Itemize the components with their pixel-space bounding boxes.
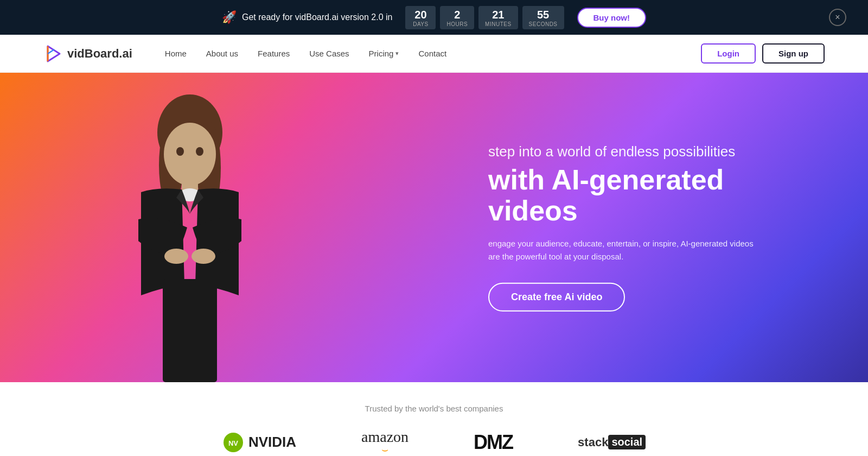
nvidia-text: NVIDIA: [248, 434, 296, 451]
navbar: vidBoard.ai Home About us Features Use C…: [0, 35, 868, 73]
create-video-button[interactable]: Create free Ai video: [488, 283, 625, 312]
amazon-logo: amazon ⌣: [361, 428, 409, 456]
logo-icon: [43, 44, 63, 64]
nav-link-use-cases[interactable]: Use Cases: [309, 49, 349, 58]
minutes-label: MINUTES: [485, 21, 512, 27]
stacksocial-logo: stack social: [578, 435, 646, 449]
hours-value: 2: [454, 8, 460, 21]
countdown-days: 20 DAYS: [405, 6, 436, 29]
person-silhouette: [87, 78, 293, 382]
social-badge: social: [608, 435, 646, 449]
nav-link-about[interactable]: About us: [206, 49, 238, 58]
nav-item-contact[interactable]: Contact: [418, 49, 446, 59]
countdown-hours: 2 HOURS: [440, 6, 474, 29]
hero-person-image: [81, 78, 298, 382]
logo-text: vidBoard.ai: [67, 47, 132, 61]
buy-now-button[interactable]: Buy now!: [577, 8, 647, 28]
signup-button[interactable]: Sign up: [762, 43, 825, 64]
logo-link[interactable]: vidBoard.ai: [43, 44, 132, 64]
hero-content: step into a world of endless possibiliti…: [488, 143, 803, 312]
amazon-smile-icon: ⌣: [381, 444, 388, 456]
countdown-minutes: 21 MINUTES: [478, 6, 518, 29]
nav-link-pricing[interactable]: Pricing ▾: [369, 49, 399, 58]
rocket-icon: 🚀: [222, 10, 237, 24]
nav-item-features[interactable]: Features: [258, 49, 290, 59]
svg-point-13: [192, 249, 215, 264]
svg-point-12: [164, 249, 188, 264]
trusted-label: Trusted by the world's best companies: [43, 404, 825, 413]
days-label: DAYS: [413, 21, 429, 27]
announcement-message: Get ready for vidBoard.ai version 2.0 in: [242, 12, 392, 22]
seconds-label: SECONDS: [529, 21, 558, 27]
seconds-value: 55: [537, 8, 549, 21]
svg-marker-0: [48, 46, 60, 61]
countdown-timer: 20 DAYS 2 HOURS 21 MINUTES 55 SECONDS: [405, 6, 564, 29]
svg-point-9: [196, 147, 203, 156]
dmz-logo: DMZ: [474, 431, 513, 454]
nav-link-features[interactable]: Features: [258, 49, 290, 58]
nvidia-icon: NV: [222, 432, 244, 453]
company-logos: NV NVIDIA amazon ⌣ DMZ stack social: [43, 428, 825, 456]
nav-links: Home About us Features Use Cases Pricing…: [165, 49, 701, 59]
hours-label: HOURS: [446, 21, 468, 27]
nav-item-pricing[interactable]: Pricing ▾: [369, 49, 399, 58]
nav-item-home[interactable]: Home: [165, 49, 187, 59]
login-button[interactable]: Login: [701, 43, 756, 64]
stack-text: stack: [578, 435, 608, 449]
hero-description: engage your audience, educate, entertain…: [488, 237, 760, 263]
days-value: 20: [414, 8, 426, 21]
nav-link-contact[interactable]: Contact: [418, 49, 446, 58]
announcement-text: 🚀 Get ready for vidBoard.ai version 2.0 …: [222, 10, 392, 24]
nav-link-home[interactable]: Home: [165, 49, 187, 58]
nav-actions: Login Sign up: [701, 43, 825, 64]
nav-item-use-cases[interactable]: Use Cases: [309, 49, 349, 59]
minutes-value: 21: [492, 8, 504, 21]
countdown-seconds: 55 SECONDS: [522, 6, 564, 29]
hero-subtitle: step into a world of endless possibiliti…: [488, 143, 803, 160]
announcement-bar: 🚀 Get ready for vidBoard.ai version 2.0 …: [0, 0, 868, 35]
close-announcement-button[interactable]: ×: [829, 9, 846, 26]
svg-rect-14: [163, 279, 217, 382]
hero-title: with AI-generated videos: [488, 164, 803, 226]
svg-text:NV: NV: [228, 439, 238, 447]
svg-point-7: [164, 123, 216, 186]
pricing-chevron-icon: ▾: [395, 50, 399, 57]
hero-section: step into a world of endless possibiliti…: [0, 73, 868, 382]
svg-line-2: [48, 49, 54, 54]
nav-item-about[interactable]: About us: [206, 49, 238, 59]
nvidia-logo: NV NVIDIA: [222, 432, 296, 453]
trusted-section: Trusted by the world's best companies NV…: [0, 382, 868, 456]
svg-point-8: [176, 147, 184, 156]
